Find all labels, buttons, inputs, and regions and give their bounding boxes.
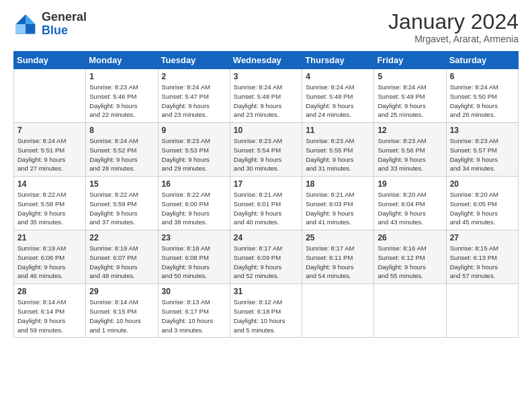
- calendar-cell: 2Sunrise: 8:24 AMSunset: 5:47 PMDaylight…: [158, 69, 230, 123]
- calendar-cell: 10Sunrise: 8:23 AMSunset: 5:54 PMDayligh…: [230, 123, 302, 177]
- day-of-week-saturday: Saturday: [446, 52, 518, 69]
- calendar-cell: [374, 284, 446, 338]
- calendar-cell: 17Sunrise: 8:21 AMSunset: 6:01 PMDayligh…: [230, 177, 302, 230]
- calendar-week-1: 1Sunrise: 8:23 AMSunset: 5:46 PMDaylight…: [14, 69, 519, 123]
- day-info: Sunrise: 8:24 AMSunset: 5:47 PMDaylight:…: [162, 83, 226, 120]
- day-info: Sunrise: 8:13 AMSunset: 6:17 PMDaylight:…: [162, 298, 226, 334]
- day-of-week-monday: Monday: [86, 52, 158, 69]
- day-info: Sunrise: 8:23 AMSunset: 5:54 PMDaylight:…: [234, 136, 298, 173]
- logo-general: General: [42, 11, 87, 24]
- day-info: Sunrise: 8:24 AMSunset: 5:50 PMDaylight:…: [450, 83, 515, 120]
- day-info: Sunrise: 8:14 AMSunset: 6:15 PMDaylight:…: [89, 298, 154, 334]
- day-number: 25: [306, 233, 370, 242]
- calendar-week-3: 14Sunrise: 8:22 AMSunset: 5:58 PMDayligh…: [14, 177, 519, 230]
- day-info: Sunrise: 8:24 AMSunset: 5:48 PMDaylight:…: [306, 83, 370, 120]
- day-of-week-friday: Friday: [374, 52, 446, 69]
- day-number: 23: [162, 233, 226, 242]
- calendar-table: SundayMondayTuesdayWednesdayThursdayFrid…: [13, 51, 519, 338]
- day-info: Sunrise: 8:23 AMSunset: 5:56 PMDaylight:…: [378, 136, 442, 173]
- calendar-cell: 1Sunrise: 8:23 AMSunset: 5:46 PMDaylight…: [86, 69, 158, 123]
- day-number: 6: [450, 72, 515, 81]
- day-number: 26: [378, 233, 442, 242]
- calendar-header-row: SundayMondayTuesdayWednesdayThursdayFrid…: [14, 52, 519, 69]
- day-number: 18: [306, 179, 370, 189]
- day-number: 8: [89, 126, 154, 135]
- day-number: 9: [162, 126, 226, 135]
- day-info: Sunrise: 8:12 AMSunset: 6:18 PMDaylight:…: [234, 298, 298, 334]
- calendar-week-2: 7Sunrise: 8:24 AMSunset: 5:51 PMDaylight…: [14, 123, 519, 177]
- day-number: 31: [234, 287, 298, 296]
- location-subtitle: Mrgavet, Ararat, Armenia: [388, 34, 519, 44]
- day-info: Sunrise: 8:22 AMSunset: 5:58 PMDaylight:…: [17, 190, 82, 227]
- calendar-cell: 26Sunrise: 8:16 AMSunset: 6:12 PMDayligh…: [374, 230, 446, 284]
- day-info: Sunrise: 8:24 AMSunset: 5:48 PMDaylight:…: [234, 83, 298, 120]
- calendar-cell: [446, 284, 518, 338]
- day-number: 3: [234, 72, 298, 81]
- calendar-cell: 8Sunrise: 8:24 AMSunset: 5:52 PMDaylight…: [86, 123, 158, 177]
- day-number: 17: [234, 179, 298, 189]
- calendar-cell: 20Sunrise: 8:20 AMSunset: 6:05 PMDayligh…: [446, 177, 518, 230]
- calendar-cell: 12Sunrise: 8:23 AMSunset: 5:56 PMDayligh…: [374, 123, 446, 177]
- day-number: 13: [450, 126, 515, 135]
- day-info: Sunrise: 8:22 AMSunset: 6:00 PMDaylight:…: [162, 190, 226, 227]
- day-number: 19: [378, 179, 442, 189]
- day-info: Sunrise: 8:14 AMSunset: 6:14 PMDaylight:…: [17, 298, 82, 334]
- day-number: 16: [162, 179, 226, 189]
- day-info: Sunrise: 8:19 AMSunset: 6:07 PMDaylight:…: [89, 244, 154, 281]
- day-number: 2: [162, 72, 226, 81]
- calendar-cell: 13Sunrise: 8:23 AMSunset: 5:57 PMDayligh…: [446, 123, 518, 177]
- day-number: 20: [450, 179, 515, 189]
- day-info: Sunrise: 8:20 AMSunset: 6:05 PMDaylight:…: [450, 190, 515, 227]
- calendar-cell: 5Sunrise: 8:24 AMSunset: 5:49 PMDaylight…: [374, 69, 446, 123]
- day-info: Sunrise: 8:23 AMSunset: 5:55 PMDaylight:…: [306, 136, 370, 173]
- calendar-cell: 6Sunrise: 8:24 AMSunset: 5:50 PMDaylight…: [446, 69, 518, 123]
- calendar-cell: 25Sunrise: 8:17 AMSunset: 6:11 PMDayligh…: [302, 230, 374, 284]
- header: General Blue January 2024 Mrgavet, Arara…: [13, 11, 519, 44]
- day-of-week-sunday: Sunday: [14, 52, 86, 69]
- calendar-cell: 15Sunrise: 8:22 AMSunset: 5:59 PMDayligh…: [86, 177, 158, 230]
- svg-marker-1: [26, 14, 35, 24]
- day-number: 10: [234, 126, 298, 135]
- day-info: Sunrise: 8:21 AMSunset: 6:01 PMDaylight:…: [234, 190, 298, 227]
- day-number: 14: [17, 179, 82, 189]
- day-number: 27: [450, 233, 515, 242]
- calendar-cell: 27Sunrise: 8:15 AMSunset: 6:13 PMDayligh…: [446, 230, 518, 284]
- day-number: 29: [89, 287, 154, 296]
- day-number: 11: [306, 126, 370, 135]
- calendar-cell: 24Sunrise: 8:17 AMSunset: 6:09 PMDayligh…: [230, 230, 302, 284]
- day-number: 4: [306, 72, 370, 81]
- calendar-cell: 9Sunrise: 8:23 AMSunset: 5:53 PMDaylight…: [158, 123, 230, 177]
- day-number: 12: [378, 126, 442, 135]
- calendar-cell: 21Sunrise: 8:19 AMSunset: 6:06 PMDayligh…: [14, 230, 86, 284]
- calendar-cell: 29Sunrise: 8:14 AMSunset: 6:15 PMDayligh…: [86, 284, 158, 338]
- logo-text: General Blue: [42, 11, 87, 38]
- day-number: 5: [378, 72, 442, 81]
- day-info: Sunrise: 8:23 AMSunset: 5:57 PMDaylight:…: [450, 136, 515, 173]
- calendar-week-4: 21Sunrise: 8:19 AMSunset: 6:06 PMDayligh…: [14, 230, 519, 284]
- day-number: 15: [89, 179, 154, 189]
- day-of-week-thursday: Thursday: [302, 52, 374, 69]
- day-info: Sunrise: 8:17 AMSunset: 6:09 PMDaylight:…: [234, 244, 298, 281]
- calendar-cell: 16Sunrise: 8:22 AMSunset: 6:00 PMDayligh…: [158, 177, 230, 230]
- calendar-cell: 28Sunrise: 8:14 AMSunset: 6:14 PMDayligh…: [14, 284, 86, 338]
- calendar-cell: 30Sunrise: 8:13 AMSunset: 6:17 PMDayligh…: [158, 284, 230, 338]
- day-number: 1: [89, 72, 154, 81]
- day-number: 28: [17, 287, 82, 296]
- calendar-cell: 11Sunrise: 8:23 AMSunset: 5:55 PMDayligh…: [302, 123, 374, 177]
- calendar-cell: 4Sunrise: 8:24 AMSunset: 5:48 PMDaylight…: [302, 69, 374, 123]
- logo-blue: Blue: [42, 24, 87, 38]
- day-info: Sunrise: 8:18 AMSunset: 6:08 PMDaylight:…: [162, 244, 226, 281]
- day-number: 24: [234, 233, 298, 242]
- month-title: January 2024: [388, 11, 519, 32]
- day-info: Sunrise: 8:22 AMSunset: 5:59 PMDaylight:…: [89, 190, 154, 227]
- day-info: Sunrise: 8:23 AMSunset: 5:46 PMDaylight:…: [89, 83, 154, 120]
- day-info: Sunrise: 8:24 AMSunset: 5:52 PMDaylight:…: [89, 136, 154, 173]
- calendar-cell: 14Sunrise: 8:22 AMSunset: 5:58 PMDayligh…: [14, 177, 86, 230]
- calendar-cell: 22Sunrise: 8:19 AMSunset: 6:07 PMDayligh…: [86, 230, 158, 284]
- svg-marker-2: [16, 24, 26, 34]
- day-of-week-wednesday: Wednesday: [230, 52, 302, 69]
- calendar-cell: 31Sunrise: 8:12 AMSunset: 6:18 PMDayligh…: [230, 284, 302, 338]
- calendar-cell: 3Sunrise: 8:24 AMSunset: 5:48 PMDaylight…: [230, 69, 302, 123]
- calendar-cell: 19Sunrise: 8:20 AMSunset: 6:04 PMDayligh…: [374, 177, 446, 230]
- day-info: Sunrise: 8:21 AMSunset: 6:03 PMDaylight:…: [306, 190, 370, 227]
